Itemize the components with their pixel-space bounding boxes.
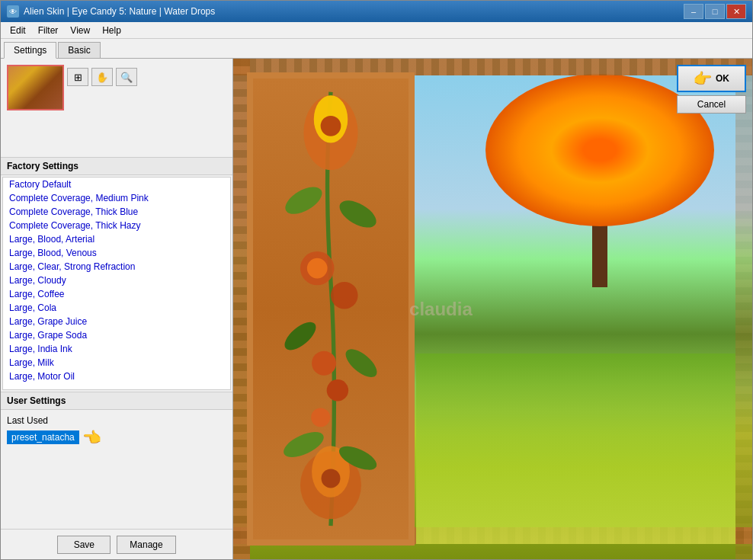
- ok-label: OK: [716, 73, 729, 84]
- factory-settings-header: Factory Settings: [1, 158, 232, 175]
- minimize-button[interactable]: –: [684, 4, 703, 19]
- preset-large-milk[interactable]: Large, Milk: [3, 356, 230, 370]
- user-preset-item: preset_natacha 👈: [7, 428, 101, 446]
- main-content: ⊞ ✋ 🔍 Factory Settings Factory Default C…: [1, 59, 752, 559]
- bottom-buttons: Save Manage: [1, 529, 232, 559]
- tab-basic[interactable]: Basic: [58, 42, 100, 58]
- left-panel: ⊞ ✋ 🔍 Factory Settings Factory Default C…: [1, 59, 233, 559]
- preview-thumbnail[interactable]: [7, 65, 64, 110]
- user-settings-content: Last Used preset_natacha 👈: [1, 410, 232, 529]
- svg-point-4: [335, 195, 381, 233]
- svg-point-3: [281, 181, 327, 219]
- factory-settings-section: Factory Settings Factory Default Complet…: [1, 158, 232, 392]
- main-window: 👁 Alien Skin | Eye Candy 5: Nature | Wat…: [0, 0, 753, 560]
- thumbnail-image: [8, 66, 62, 109]
- menu-filter[interactable]: Filter: [32, 24, 65, 37]
- preset-large-motor-oil[interactable]: Large, Motor Oil: [3, 370, 230, 383]
- window-title: Alien Skin | Eye Candy 5: Nature | Water…: [24, 6, 215, 17]
- preset-large-blood-venous[interactable]: Large, Blood, Venous: [3, 246, 230, 260]
- svg-point-7: [331, 282, 358, 309]
- svg-point-10: [311, 408, 330, 427]
- zoom-in-button[interactable]: 🔍: [116, 68, 137, 86]
- icon-row: ⊞ ✋ 🔍: [67, 68, 137, 86]
- preset-large-coffee[interactable]: Large, Coffee: [3, 287, 230, 301]
- menu-help[interactable]: Help: [96, 24, 127, 37]
- zoom-fit-button[interactable]: ⊞: [67, 68, 88, 86]
- title-bar-left: 👁 Alien Skin | Eye Candy 5: Nature | Wat…: [7, 5, 215, 18]
- green-fields: [416, 354, 735, 544]
- preset-complete-thick-blue[interactable]: Complete Coverage, Thick Blue: [3, 205, 230, 219]
- right-panel: 👈 OK Cancel: [233, 59, 752, 559]
- hand-tool-button[interactable]: ✋: [91, 68, 113, 86]
- hand-arrow-icon: 👈: [82, 428, 101, 446]
- svg-point-9: [327, 379, 348, 401]
- preview-strip: ⊞ ✋ 🔍: [1, 59, 232, 158]
- last-used-label: Last Used: [7, 413, 226, 428]
- preset-large-india-ink[interactable]: Large, India Ink: [3, 342, 230, 356]
- close-button[interactable]: ✕: [726, 4, 746, 19]
- floral-decoration: [253, 78, 409, 539]
- menu-edit[interactable]: Edit: [4, 24, 32, 37]
- preset-factory-default[interactable]: Factory Default: [3, 178, 230, 191]
- preset-large-clear-strong[interactable]: Large, Clear, Strong Refraction: [3, 260, 230, 274]
- preset-large-blood-arterial[interactable]: Large, Blood, Arterial: [3, 232, 230, 246]
- ok-button[interactable]: 👈 OK: [677, 65, 746, 92]
- svg-point-15: [341, 344, 382, 382]
- preset-large-grape-soda[interactable]: Large, Grape Soda: [3, 328, 230, 342]
- presets-area: Factory Settings Factory Default Complet…: [1, 158, 232, 392]
- tabs-bar: Settings Basic: [1, 39, 752, 59]
- user-settings-area: User Settings Last Used preset_natacha 👈: [1, 392, 232, 529]
- app-icon: 👁: [7, 5, 19, 18]
- preview-icons: ⊞ ✋ 🔍: [67, 68, 137, 86]
- preset-large-cloudy[interactable]: Large, Cloudy: [3, 274, 230, 287]
- maximize-button[interactable]: □: [705, 4, 725, 19]
- svg-point-6: [307, 258, 328, 279]
- preset-complete-medium-pink[interactable]: Complete Coverage, Medium Pink: [3, 191, 230, 205]
- window-controls[interactable]: – □ ✕: [684, 4, 746, 19]
- inner-frame: [247, 72, 415, 546]
- menu-bar: Edit Filter View Help: [1, 22, 752, 39]
- presets-list[interactable]: Factory Default Complete Coverage, Mediu…: [2, 177, 231, 390]
- background-image: claudia: [233, 59, 752, 559]
- preset-large-cola[interactable]: Large, Cola: [3, 301, 230, 315]
- menu-view[interactable]: View: [64, 24, 96, 37]
- user-settings-header: User Settings: [1, 392, 232, 410]
- ok-cancel-area: 👈 OK Cancel: [677, 65, 746, 114]
- cancel-button[interactable]: Cancel: [677, 95, 746, 114]
- user-preset-name[interactable]: preset_natacha: [7, 430, 79, 444]
- preset-large-grape-juice[interactable]: Large, Grape Juice: [3, 315, 230, 328]
- svg-point-13: [322, 469, 341, 488]
- preset-complete-thick-hazy[interactable]: Complete Coverage, Thick Hazy: [3, 219, 230, 232]
- svg-point-14: [280, 317, 320, 355]
- svg-point-8: [312, 351, 336, 376]
- manage-button[interactable]: Manage: [117, 536, 175, 554]
- title-bar: 👁 Alien Skin | Eye Candy 5: Nature | Wat…: [1, 1, 752, 22]
- svg-point-2: [321, 116, 341, 136]
- tab-settings[interactable]: Settings: [4, 42, 56, 59]
- border-studs-right: [735, 59, 752, 559]
- ok-hand-icon: 👈: [694, 69, 713, 88]
- save-button[interactable]: Save: [57, 536, 111, 554]
